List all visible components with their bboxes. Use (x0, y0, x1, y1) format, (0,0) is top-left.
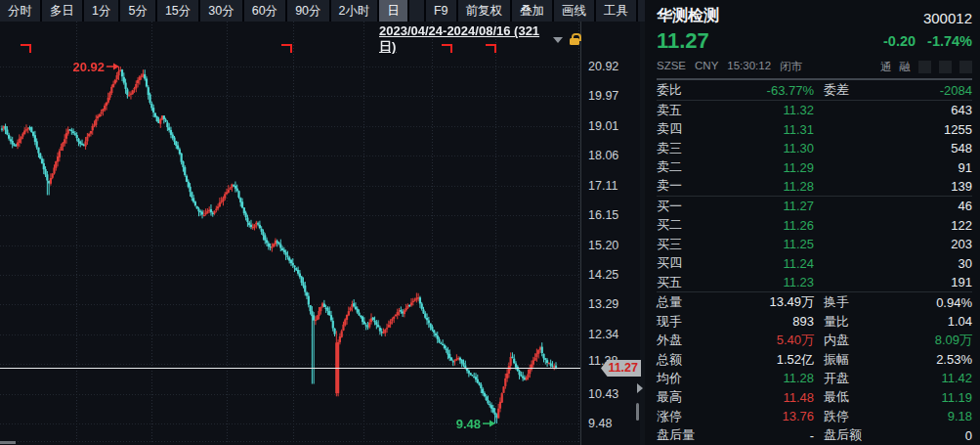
date-range-label[interactable]: 2023/04/24-2024/08/16 (321日) (379, 23, 546, 56)
level-price[interactable]: 11.28 (717, 179, 814, 194)
stat-label: 总量 (657, 293, 717, 311)
price-change: -0.20 (883, 33, 916, 49)
ask-levels: 卖五11.32643卖四11.311255卖三11.30548卖二11.2991… (657, 101, 972, 196)
current-price-tag: 11.27 (601, 360, 641, 377)
toolbar-button-1[interactable]: 多日 (42, 0, 82, 22)
currency-label: CNY (695, 60, 718, 74)
order-book-row-bid-2[interactable]: 买三11.25203 (657, 235, 972, 253)
toolbar-button-5[interactable]: 30分 (200, 0, 241, 22)
level-price[interactable]: 11.31 (717, 122, 814, 137)
order-book-row-bid-0[interactable]: 买一11.2746 (657, 197, 972, 215)
level-volume: 122 (814, 218, 972, 233)
order-book-row-ask-3[interactable]: 卖二11.2991 (657, 157, 972, 176)
toolbar-button-4[interactable]: 15分 (157, 0, 198, 22)
stat-value: 0 (888, 428, 972, 443)
toolbar-more-button[interactable]: > (638, 0, 645, 22)
stat-label: 最高 (657, 388, 717, 406)
level-price[interactable]: 11.24 (717, 256, 814, 271)
stats-row-5: 最高11.48最低11.19 (657, 388, 972, 407)
stat-value: 11.28 (717, 371, 814, 385)
stats-row-2: 外盘5.40万内盘8.09万 (657, 331, 972, 349)
stat-label: 内盘 (824, 332, 888, 349)
indicator-square (959, 61, 972, 73)
level-price[interactable]: 11.23 (717, 275, 814, 289)
level-price[interactable]: 11.32 (717, 103, 814, 117)
chevron-down-icon[interactable] (553, 37, 563, 43)
stat-label: 盘后量 (657, 426, 717, 444)
last-price: 11.27 (657, 28, 709, 54)
level-price[interactable]: 11.30 (717, 141, 814, 156)
lock-icon[interactable] (570, 33, 580, 46)
toolbar-button-15[interactable]: 工具 (596, 0, 636, 22)
y-axis-label: 15.20 (588, 239, 618, 252)
y-axis-label: 16.15 (588, 208, 618, 222)
level-label: 买四 (657, 254, 717, 272)
level-volume: 139 (814, 179, 972, 194)
y-axis-label: 19.97 (588, 89, 618, 103)
toolbar-button-12[interactable]: 前复权 (458, 0, 511, 22)
stat-label: 现手 (657, 313, 717, 331)
toolbar-button-0[interactable]: 分时 (0, 0, 40, 22)
stat-value: 1.04 (888, 314, 972, 329)
stats-row-1: 现手893量比1.04 (657, 312, 972, 331)
order-book-row-ask-0[interactable]: 卖五11.32643 (657, 101, 972, 119)
order-imbalance-row: 委比 -63.77% 委差 -2084 (657, 78, 972, 101)
level-price[interactable]: 11.25 (717, 237, 814, 251)
toolbar-button-11[interactable]: F9 (426, 0, 456, 22)
order-book-row-bid-4[interactable]: 买五11.23191 (657, 273, 972, 291)
stat-label: 均价 (657, 370, 717, 387)
y-axis-label: 9.48 (588, 417, 612, 430)
toolbar-button-13[interactable]: 叠加 (512, 0, 552, 22)
stat-label: 盘后额 (824, 426, 888, 444)
stat-label: 涨停 (657, 408, 717, 425)
order-book-row-bid-3[interactable]: 买四11.2430 (657, 254, 972, 273)
level-label: 买二 (657, 216, 717, 234)
level-price[interactable]: 11.27 (717, 199, 814, 213)
level-price[interactable]: 11.26 (717, 218, 814, 233)
weicha-value: -2084 (888, 83, 972, 98)
price-axis: 11.27 20.9219.9719.0118.0617.1116.1515.2… (580, 22, 641, 445)
date-range-selector[interactable]: 2023/04/24-2024/08/16 (321日) (379, 23, 580, 56)
toolbar-button-14[interactable]: 画线 (554, 0, 594, 22)
level-label: 卖五 (657, 102, 717, 119)
toolbar-button-3[interactable]: 5分 (120, 0, 154, 22)
candlestick-chart[interactable] (0, 22, 580, 445)
toolbar-button-6[interactable]: 60分 (244, 0, 285, 22)
stock-chart-app: 分时多日1分5分15分30分60分90分2小时日F9前复权叠加画线工具> 202… (0, 0, 980, 445)
level-volume: 203 (814, 237, 972, 251)
order-book-row-bid-1[interactable]: 买二11.26122 (657, 216, 972, 235)
level-label: 买一 (657, 198, 717, 215)
stock-flags: 通融 (880, 60, 972, 74)
level-volume: 91 (814, 160, 972, 175)
stats-row-6: 涨停13.76跌停9.18 (657, 407, 972, 425)
toolbar-button-9[interactable]: 日 (379, 0, 407, 22)
expand-arrow-icon[interactable] (637, 383, 643, 393)
level-volume: 548 (814, 141, 972, 156)
toolbar-button-blank[interactable] (409, 0, 424, 22)
order-book-row-ask-4[interactable]: 卖一11.28139 (657, 177, 972, 196)
indicator-square (918, 61, 931, 73)
toolbar-button-8[interactable]: 2小时 (331, 0, 378, 22)
quote-time: 15:30:12 (727, 60, 771, 74)
stats-row-7: 盘后量-盘后额0 (657, 426, 972, 445)
level-volume: 643 (814, 103, 972, 117)
stat-value: 9.18 (888, 409, 972, 423)
stat-value: 5.40万 (717, 332, 814, 349)
scrollbar-thumb[interactable] (636, 403, 639, 421)
y-axis-label: 17.11 (588, 179, 618, 193)
level-label: 卖四 (657, 120, 717, 138)
flag-0: 通 (880, 60, 892, 74)
stat-label: 外盘 (657, 332, 717, 349)
level-label: 卖二 (657, 158, 717, 176)
exchange-label: SZSE (657, 60, 686, 74)
level-label: 买五 (657, 274, 717, 291)
order-book-row-ask-1[interactable]: 卖四11.311255 (657, 119, 972, 138)
stats-row-4: 均价11.28开盘11.42 (657, 369, 972, 387)
level-volume: 191 (814, 275, 972, 289)
stat-value: 0.94% (888, 295, 972, 310)
weibi-label: 委比 (657, 81, 717, 99)
order-book-row-ask-2[interactable]: 卖三11.30548 (657, 139, 972, 157)
toolbar-button-2[interactable]: 1分 (84, 0, 118, 22)
level-price[interactable]: 11.29 (717, 160, 814, 175)
toolbar-button-7[interactable]: 90分 (287, 0, 328, 22)
